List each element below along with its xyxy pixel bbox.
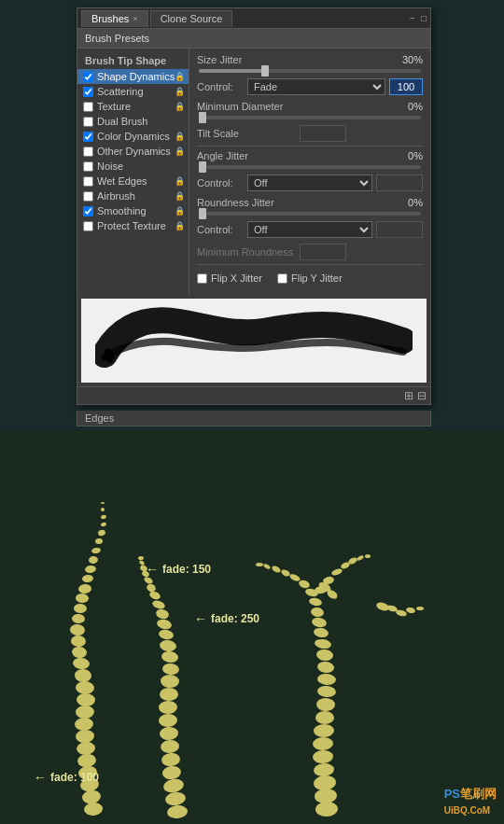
flip-y-checkbox[interactable] (277, 273, 287, 284)
min-diameter-track (199, 116, 421, 119)
svg-point-46 (156, 618, 173, 630)
tilt-scale-input[interactable] (300, 125, 346, 142)
roundness-jitter-slider[interactable] (197, 212, 423, 216)
tab-clone-source[interactable]: Clone Source (150, 10, 233, 27)
lock-icon-shape: 🔒 (175, 72, 185, 81)
svg-point-42 (162, 663, 180, 675)
control3-select[interactable]: Off Fade (247, 221, 372, 238)
svg-point-6 (76, 741, 95, 756)
min-diameter-label: Minimum Diameter (197, 101, 300, 112)
svg-point-25 (94, 538, 103, 545)
color-dynamics-checkbox[interactable] (83, 132, 93, 142)
svg-point-39 (159, 701, 177, 715)
svg-point-58 (313, 775, 337, 791)
brush-item-other-dynamics[interactable]: Other Dynamics 🔒 (77, 144, 189, 159)
brush-item-shape-dynamics[interactable]: Shape Dynamics 🔒 (77, 69, 189, 84)
scattering-checkbox[interactable] (83, 87, 93, 97)
svg-point-51 (143, 576, 154, 585)
stroke-fade-150-250 (138, 556, 189, 819)
brush-item-dual-brush[interactable]: Dual Brush (77, 114, 189, 129)
brush-item-protect-texture[interactable]: Protect Texture 🔒 (77, 218, 189, 233)
svg-point-14 (71, 646, 88, 659)
preview-btn-2[interactable]: ⊟ (417, 389, 427, 402)
fade-label-100: ← fade: 100 (34, 770, 99, 785)
control-fade-input[interactable] (389, 78, 423, 95)
control2-select[interactable]: Off Fade (247, 175, 372, 191)
dual-brush-checkbox[interactable] (83, 117, 93, 127)
other-dynamics-checkbox[interactable] (83, 147, 93, 157)
control3-input[interactable] (376, 221, 423, 238)
angle-jitter-value: 0% (395, 150, 423, 161)
svg-point-56 (315, 801, 339, 817)
control3-label: Control: (197, 224, 244, 235)
svg-point-10 (77, 693, 95, 707)
svg-point-54 (138, 560, 145, 566)
svg-point-8 (75, 717, 94, 731)
lock-icon-airbrush: 🔒 (175, 191, 185, 201)
watermark: PS笔刷网 UiBQ.CoM (444, 786, 497, 817)
svg-point-28 (101, 514, 107, 519)
svg-point-23 (88, 555, 98, 564)
demo-strokes-svg (0, 431, 504, 824)
minimize-icon[interactable]: − (410, 13, 415, 23)
watermark-ps: PS (444, 787, 460, 801)
min-diameter-value: 0% (395, 101, 423, 112)
edges-bar: Edges (77, 411, 431, 426)
size-jitter-slider[interactable] (197, 69, 423, 73)
control-off2-row: Control: Off Fade (197, 221, 423, 238)
control-label: Control: (197, 81, 244, 92)
airbrush-checkbox[interactable] (83, 191, 93, 202)
brush-item-color-dynamics[interactable]: Color Dynamics 🔒 (77, 129, 189, 144)
control2-input[interactable] (376, 175, 423, 191)
control-select[interactable]: Fade Off Pen Pressure (247, 78, 385, 95)
wet-edges-checkbox[interactable] (83, 176, 93, 187)
brush-item-smoothing[interactable]: Smoothing 🔒 (77, 203, 189, 218)
min-roundness-row: Minimum Roundness (197, 244, 423, 260)
control-fade-row: Control: Fade Off Pen Pressure (197, 78, 423, 95)
tab-brushes[interactable]: Brushes × (81, 10, 148, 27)
texture-checkbox[interactable] (83, 102, 93, 112)
svg-point-77 (280, 568, 291, 578)
brush-item-scattering[interactable]: Scattering 🔒 (77, 84, 189, 99)
brush-item-noise[interactable]: Noise (77, 159, 189, 174)
brush-item-wet-edges[interactable]: Wet Edges 🔒 (77, 174, 189, 189)
min-diameter-thumb[interactable] (199, 112, 206, 123)
shape-dynamics-checkbox[interactable] (83, 72, 93, 82)
restore-icon[interactable]: □ (421, 13, 427, 23)
svg-point-61 (313, 736, 334, 750)
angle-jitter-label: Angle Jitter (197, 150, 300, 161)
smoothing-checkbox[interactable] (83, 206, 93, 216)
lock-icon-scattering: 🔒 (175, 87, 185, 96)
svg-point-30 (101, 502, 105, 504)
stroke-fade-250 (256, 554, 424, 817)
roundness-jitter-row: Roundness Jitter 0% (197, 197, 423, 208)
lock-icon-protect: 🔒 (175, 221, 185, 230)
svg-point-24 (91, 547, 102, 554)
brush-item-texture[interactable]: Texture 🔒 (77, 99, 189, 114)
svg-point-41 (161, 675, 179, 689)
size-jitter-track (199, 69, 421, 73)
lock-icon-color: 🔒 (175, 132, 185, 141)
svg-point-35 (161, 752, 180, 767)
preview-btn-1[interactable]: ⊞ (404, 389, 413, 402)
close-icon[interactable]: × (133, 14, 137, 23)
protect-texture-checkbox[interactable] (83, 221, 93, 231)
svg-point-31 (166, 804, 188, 819)
svg-point-65 (317, 685, 337, 697)
svg-point-72 (310, 607, 325, 618)
roundness-jitter-thumb[interactable] (199, 208, 206, 219)
angle-jitter-thumb[interactable] (199, 161, 206, 173)
svg-point-64 (316, 698, 335, 712)
angle-jitter-slider[interactable] (197, 165, 423, 169)
fade-label-250: ← fade: 250 (194, 611, 259, 626)
brush-preview (81, 299, 427, 383)
control2-label: Control: (197, 177, 244, 189)
flip-x-checkbox[interactable] (197, 273, 207, 284)
svg-point-40 (160, 688, 178, 701)
brush-item-airbrush[interactable]: Airbrush 🔒 (77, 189, 189, 203)
roundness-jitter-value: 0% (395, 197, 423, 208)
min-diameter-slider[interactable] (197, 116, 423, 119)
noise-checkbox[interactable] (83, 161, 93, 172)
svg-point-26 (97, 529, 105, 537)
size-jitter-thumb[interactable] (261, 65, 269, 77)
